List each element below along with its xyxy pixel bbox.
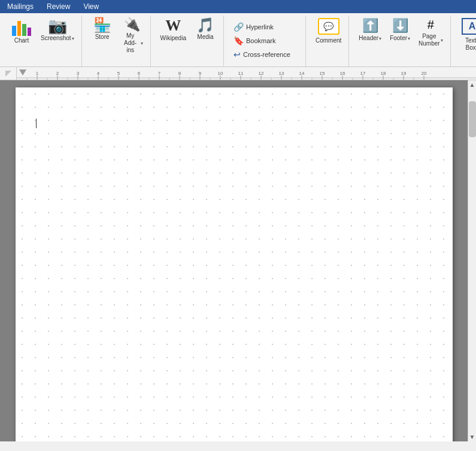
myaddin-label-row: My Add-ins ▾	[122, 32, 143, 54]
svg-rect-64	[16, 87, 453, 441]
myaddin-label: My Add-ins	[122, 32, 140, 54]
crossref-button[interactable]: ↩ Cross-reference	[230, 48, 302, 61]
svg-text:7: 7	[158, 71, 161, 76]
bookmark-label: Bookmark	[246, 37, 276, 44]
svg-text:4: 4	[97, 71, 100, 76]
footer-icon: ⬇️	[392, 18, 408, 34]
bookmark-icon: 🔖	[234, 36, 244, 46]
links-col: 🔗 Hyperlink 🔖 Bookmark ↩ Cross-reference	[230, 20, 302, 61]
ruler-svg: 1 2 3 4 5 6 7 8 9 10 11 12 13 1	[17, 67, 476, 80]
document-page[interactable]	[16, 87, 453, 441]
ribbon: Chart 📷 Screenshot ▾ 🏪 Store	[0, 13, 476, 67]
menu-bar: Mailings Review View	[0, 0, 476, 13]
hyperlink-button[interactable]: 🔗 Hyperlink	[230, 20, 302, 34]
svg-text:9: 9	[199, 71, 202, 76]
ruler-corner-icon	[4, 69, 13, 78]
myaddin-dropdown-arrow: ▾	[141, 41, 143, 46]
svg-text:20: 20	[422, 71, 427, 76]
ruler: 1 2 3 4 5 6 7 8 9 10 11 12 13 1	[0, 67, 476, 80]
myaddin-icon: 🔌	[124, 18, 140, 31]
ruler-corner	[0, 67, 17, 80]
scrollbar-down-arrow[interactable]: ▼	[468, 432, 476, 441]
media-button[interactable]: 🎵 Media	[191, 16, 220, 43]
scrollbar-up-arrow[interactable]: ▲	[468, 80, 476, 89]
header-label: Header	[359, 35, 378, 42]
pagenumber-button[interactable]: # Page Number ▾	[415, 16, 447, 50]
svg-text:17: 17	[360, 71, 366, 76]
bookmark-button[interactable]: 🔖 Bookmark	[230, 34, 302, 47]
menu-view[interactable]: View	[81, 1, 101, 12]
header-button[interactable]: ⬆️ Header ▾	[355, 16, 385, 44]
ribbon-group-links: 🔗 Hyperlink 🔖 Bookmark ↩ Cross-reference	[226, 16, 306, 66]
svg-text:14: 14	[299, 71, 305, 76]
chart-icon	[11, 18, 32, 37]
store-label: Store	[95, 34, 110, 41]
media-icon: 🎵	[196, 18, 214, 32]
svg-text:16: 16	[340, 71, 345, 76]
hyperlink-label: Hyperlink	[246, 23, 274, 31]
chart-label: Chart	[14, 37, 29, 44]
svg-text:12: 12	[259, 71, 264, 76]
svg-text:15: 15	[320, 71, 325, 76]
comment-button[interactable]: 💬 Comment	[312, 16, 345, 47]
screenshot-icon: 📷	[48, 18, 67, 34]
crossref-label: Cross-reference	[243, 51, 290, 58]
svg-rect-0	[17, 67, 476, 80]
ribbon-group-apps: 🏪 Store 🔌 My Add-ins ▾	[84, 16, 151, 66]
wikipedia-label: Wikipedia	[160, 35, 186, 42]
svg-text:6: 6	[138, 71, 141, 76]
textbox-icon: A	[462, 18, 476, 35]
header-icon: ⬆️	[362, 18, 378, 34]
svg-text:3: 3	[77, 71, 80, 76]
svg-text:8: 8	[178, 71, 181, 76]
pagenumber-label: Page Number	[419, 33, 440, 47]
dot-grid-pattern	[16, 87, 453, 441]
screenshot-dropdown-arrow: ▾	[72, 36, 74, 41]
text-row: A Text Box ▾	[457, 16, 476, 66]
svg-text:11: 11	[238, 71, 244, 76]
comment-label: Comment	[316, 37, 341, 44]
scrollbar-thumb[interactable]	[469, 101, 476, 137]
footer-button[interactable]: ⬇️ Footer ▾	[386, 16, 414, 44]
hyperlink-icon: 🔗	[234, 22, 244, 32]
apps-row: 🏪 Store 🔌 My Add-ins ▾	[88, 16, 147, 66]
ribbon-group-headerfooter: ⬆️ Header ▾ ⬇️ Footer ▾ # Page Number	[351, 16, 450, 66]
textbox-label: Text Box	[460, 37, 476, 52]
hf-row: ⬆️ Header ▾ ⬇️ Footer ▾ # Page Number	[355, 16, 446, 66]
media-row: W Wikipedia 🎵 Media	[157, 16, 220, 66]
ribbon-group-illustrations: Chart 📷 Screenshot ▾	[4, 16, 82, 66]
textbox-button[interactable]: A Text Box ▾	[457, 16, 476, 54]
svg-text:13: 13	[279, 71, 284, 76]
document-scroll[interactable]	[0, 80, 468, 441]
myaddin-button[interactable]: 🔌 My Add-ins ▾	[118, 16, 147, 56]
footer-label: Footer	[390, 35, 407, 42]
menu-mailings[interactable]: Mailings	[5, 1, 36, 12]
wikipedia-button[interactable]: W Wikipedia	[157, 16, 190, 44]
store-button[interactable]: 🏪 Store	[88, 16, 117, 43]
document-area: ▲ ▼	[0, 80, 476, 441]
svg-text:1: 1	[36, 71, 39, 76]
svg-text:18: 18	[381, 71, 386, 76]
screenshot-button[interactable]: 📷 Screenshot ▾	[37, 16, 78, 44]
svg-text:10: 10	[218, 71, 223, 76]
text-cursor	[36, 119, 37, 128]
pagenumber-icon: #	[428, 18, 434, 32]
store-icon: 🏪	[93, 18, 111, 32]
comment-icon: 💬	[318, 18, 339, 35]
illustrations-row: Chart 📷 Screenshot ▾	[7, 16, 78, 66]
menu-review[interactable]: Review	[44, 1, 72, 12]
svg-text:2: 2	[56, 71, 59, 76]
scrollbar-vertical[interactable]: ▲ ▼	[468, 80, 476, 441]
chart-button[interactable]: Chart	[7, 16, 36, 47]
svg-text:19: 19	[401, 71, 407, 76]
crossref-icon: ↩	[234, 50, 241, 59]
media-label: Media	[197, 34, 213, 41]
ribbon-group-text: A Text Box ▾	[453, 16, 476, 66]
ribbon-group-media: W Wikipedia 🎵 Media	[153, 16, 224, 66]
screenshot-label: Screenshot	[41, 35, 71, 42]
comments-row: 💬 Comment	[312, 16, 345, 66]
svg-text:5: 5	[117, 71, 120, 76]
ruler-horizontal: 1 2 3 4 5 6 7 8 9 10 11 12 13 1	[17, 67, 476, 80]
wikipedia-icon: W	[165, 18, 181, 34]
ribbon-group-comments: 💬 Comment	[308, 16, 349, 66]
